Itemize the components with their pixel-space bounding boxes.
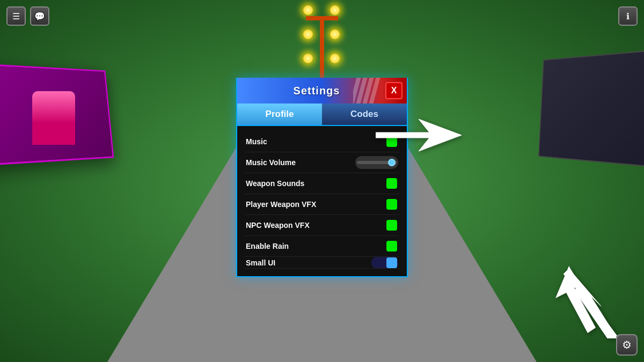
character	[32, 91, 75, 145]
setting-label-music: Music	[246, 137, 267, 146]
setting-row-small-ui: Small UI	[245, 257, 399, 269]
setting-row-npc-weapon-vfx: NPC Weapon VFX	[245, 215, 399, 236]
tab-profile[interactable]: Profile	[237, 104, 322, 125]
arrow-bottom-right-icon	[526, 253, 617, 338]
setting-row-player-weapon-vfx: Player Weapon VFX	[245, 194, 399, 215]
toggle-small-ui[interactable]	[371, 257, 398, 269]
top-left-buttons: ☰ 💬	[6, 6, 49, 26]
info-icon: ℹ	[626, 11, 630, 21]
gear-button[interactable]: ⚙	[616, 334, 638, 356]
slider-track	[357, 161, 397, 164]
light-bulb	[330, 29, 340, 39]
gear-icon: ⚙	[622, 338, 632, 351]
close-button[interactable]: X	[385, 82, 402, 99]
slider-thumb	[388, 159, 396, 166]
light-bulb	[303, 29, 313, 39]
chat-icon: 💬	[34, 11, 45, 21]
light-bulb	[303, 54, 313, 63]
chat-button[interactable]: 💬	[30, 6, 49, 26]
toggle-thumb-small-ui	[386, 257, 397, 268]
light-bulb	[330, 54, 340, 63]
setting-label-npc-weapon-vfx: NPC Weapon VFX	[246, 221, 310, 230]
menu-icon: ☰	[12, 11, 20, 21]
setting-label-enable-rain: Enable Rain	[246, 242, 289, 250]
toggle-thumb-npc-weapon-vfx	[386, 220, 397, 231]
toggle-thumb-player-weapon-vfx	[386, 199, 397, 210]
arrow-right-wrapper	[376, 119, 462, 153]
top-right-button: ℹ	[618, 6, 638, 26]
toggle-enable-rain[interactable]	[371, 240, 398, 253]
lights-pole	[301, 0, 343, 86]
arrow-bottom-right-wrapper	[526, 253, 617, 341]
light-bulb	[330, 5, 340, 15]
settings-title: Settings	[294, 85, 340, 97]
setting-row-enable-rain: Enable Rain	[245, 236, 399, 257]
settings-modal: Settings X Profile Codes Music Music Vol…	[236, 78, 408, 277]
settings-titlebar: Settings X	[237, 78, 407, 104]
info-button[interactable]: ℹ	[618, 6, 638, 26]
toggle-player-weapon-vfx[interactable]	[371, 198, 398, 211]
menu-button[interactable]: ☰	[6, 6, 26, 26]
toggle-thumb-enable-rain	[386, 241, 397, 252]
light-bulb	[303, 5, 313, 15]
arrow-right-icon	[376, 119, 462, 151]
setting-label-small-ui: Small UI	[246, 258, 275, 267]
svg-marker-0	[376, 119, 462, 151]
toggle-npc-weapon-vfx[interactable]	[371, 219, 398, 232]
setting-label-music-volume: Music Volume	[246, 158, 296, 167]
platform-right	[538, 49, 644, 168]
setting-label-weapon-sounds: Weapon Sounds	[246, 179, 304, 188]
slider-music-volume[interactable]	[355, 156, 398, 169]
setting-row-weapon-sounds: Weapon Sounds	[245, 173, 399, 194]
setting-label-player-weapon-vfx: Player Weapon VFX	[246, 200, 316, 209]
toggle-weapon-sounds[interactable]	[371, 177, 398, 190]
setting-row-music-volume: Music Volume	[245, 152, 399, 173]
toggle-thumb-weapon-sounds	[386, 178, 397, 189]
title-stripes	[353, 78, 380, 104]
